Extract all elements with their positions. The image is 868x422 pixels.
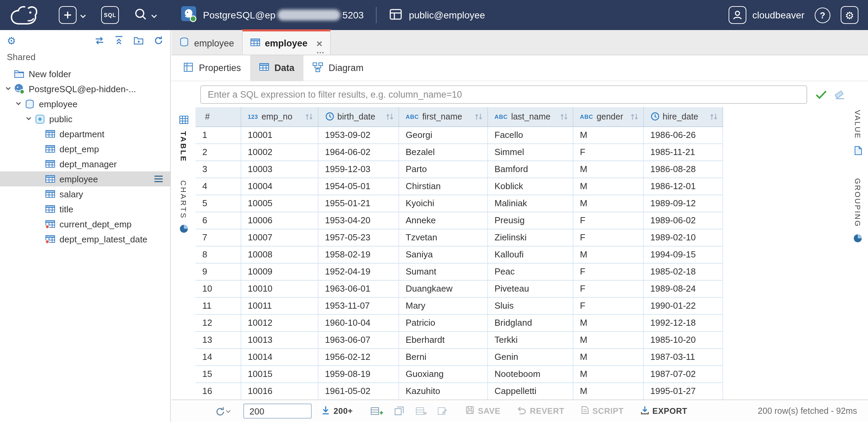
grid-cell[interactable]: Bezalel xyxy=(398,143,487,160)
grid-cell[interactable]: 1994-09-15 xyxy=(643,246,722,263)
clear-filter-eraser-icon[interactable] xyxy=(834,89,845,99)
grid-cell[interactable]: Sumant xyxy=(398,263,487,280)
grid-cell[interactable]: 1954-05-01 xyxy=(318,178,398,195)
grid-cell[interactable]: M xyxy=(573,126,643,143)
grid-cell[interactable]: 10016 xyxy=(241,382,318,399)
caret-down-icon[interactable] xyxy=(3,86,13,92)
column-header-last_name[interactable]: ABClast_name xyxy=(487,107,573,126)
tree-item-title[interactable]: title xyxy=(0,201,170,216)
grid-cell[interactable]: 10011 xyxy=(241,297,318,314)
presentation-tab-charts[interactable]: CHARTS xyxy=(179,180,188,236)
grid-cell[interactable]: Zielinski xyxy=(487,229,573,246)
sql-editor-button[interactable]: SQL xyxy=(101,6,119,24)
tab-properties[interactable]: Properties xyxy=(174,55,250,81)
grid-cell[interactable]: F xyxy=(573,229,643,246)
grid-cell[interactable]: Parto xyxy=(398,160,487,178)
collapse-all-icon[interactable] xyxy=(114,36,124,45)
export-button[interactable]: EXPORT xyxy=(640,406,687,417)
tree-item-dept_emp[interactable]: dept_emp xyxy=(0,141,170,156)
grid-cell[interactable]: M xyxy=(573,195,643,212)
grid-cell[interactable]: Koblick xyxy=(487,178,573,195)
grid-cell[interactable]: 10006 xyxy=(241,212,318,229)
grid-cell[interactable]: Patricio xyxy=(398,314,487,331)
grid-cell[interactable]: 1956-02-12 xyxy=(318,348,398,365)
grid-cell[interactable]: 1961-05-02 xyxy=(318,382,398,399)
column-header-gender[interactable]: ABCgender xyxy=(573,107,643,126)
grid-cell[interactable]: 10009 xyxy=(241,263,318,280)
grid-cell[interactable]: M xyxy=(573,365,643,382)
grid-cell[interactable]: 1985-11-21 xyxy=(643,143,722,160)
navigator-settings-icon[interactable]: ⚙ xyxy=(7,35,16,45)
refresh-icon[interactable] xyxy=(154,36,163,45)
grid-cell[interactable]: Mary xyxy=(398,297,487,314)
sort-icon[interactable] xyxy=(630,113,639,121)
item-menu-icon[interactable] xyxy=(154,175,163,183)
grid-cell[interactable]: Genin xyxy=(487,348,573,365)
grid-cell[interactable]: M xyxy=(573,314,643,331)
tab-diagram[interactable]: Diagram xyxy=(303,55,372,81)
apply-filter-check-icon[interactable] xyxy=(815,90,827,99)
grid-cell[interactable]: 1992-12-18 xyxy=(643,314,722,331)
tree-item-dept_emp_latest_date[interactable]: dept_emp_latest_date xyxy=(0,231,170,247)
grid-cell[interactable]: 1989-08-24 xyxy=(643,280,722,297)
grid-cell[interactable]: Terkki xyxy=(487,331,573,348)
cloudbeaver-logo-icon[interactable] xyxy=(10,5,41,25)
grid-cell[interactable]: Simmel xyxy=(487,143,573,160)
column-header-hire_date[interactable]: hire_date xyxy=(643,107,722,126)
grid-cell[interactable]: Piveteau xyxy=(487,280,573,297)
sort-icon[interactable] xyxy=(474,113,483,121)
grid-cell[interactable]: F xyxy=(573,297,643,314)
tab-employee-object[interactable]: employee xyxy=(172,29,242,55)
script-button[interactable]: SCRIPT xyxy=(581,406,624,417)
grid-cell[interactable]: Bamford xyxy=(487,160,573,178)
grid-cell[interactable]: 1953-11-07 xyxy=(318,297,398,314)
grid-cell[interactable]: 1985-10-20 xyxy=(643,331,722,348)
presentation-tab-table[interactable]: TABLE xyxy=(179,115,188,163)
grid-cell[interactable]: 1986-08-28 xyxy=(643,160,722,178)
grid-cell[interactable]: 1963-06-07 xyxy=(318,331,398,348)
grid-cell[interactable]: 10012 xyxy=(241,314,318,331)
column-header-emp_no[interactable]: 123emp_no xyxy=(241,107,318,126)
grid-cell[interactable]: M xyxy=(573,331,643,348)
grid-cell[interactable]: F xyxy=(573,143,643,160)
grid-cell[interactable]: 1990-01-22 xyxy=(643,297,722,314)
add-row-icon[interactable] xyxy=(370,406,383,416)
tab-data[interactable]: Data xyxy=(250,55,303,81)
new-connection-button[interactable] xyxy=(59,6,86,24)
column-header-first_name[interactable]: ABCfirst_name xyxy=(398,107,487,126)
tree-item-public[interactable]: public xyxy=(0,111,170,126)
grid-cell[interactable]: 1952-04-19 xyxy=(318,263,398,280)
grid-cell[interactable]: Duangkaew xyxy=(398,280,487,297)
grid-cell[interactable]: 1953-09-02 xyxy=(318,126,398,143)
grid-cell[interactable]: 1955-01-21 xyxy=(318,195,398,212)
grid-cell[interactable]: F xyxy=(573,263,643,280)
sync-with-editor-icon[interactable] xyxy=(94,36,105,45)
sql-filter-input[interactable] xyxy=(200,85,807,103)
column-header-birth_date[interactable]: birth_date xyxy=(318,107,398,126)
grid-cell[interactable]: Maliniak xyxy=(487,195,573,212)
tab-employee-table[interactable]: employee × … xyxy=(242,29,330,55)
grid-cell[interactable]: Guoxiang xyxy=(398,365,487,382)
caret-down-icon[interactable] xyxy=(23,116,33,122)
grid-cell[interactable]: 10014 xyxy=(241,348,318,365)
duplicate-row-icon[interactable] xyxy=(394,406,405,416)
grid-cell[interactable]: 1986-12-01 xyxy=(643,178,722,195)
grid-cell[interactable]: M xyxy=(573,246,643,263)
grid-cell[interactable]: Berni xyxy=(398,348,487,365)
grid-cell[interactable]: Kyoichi xyxy=(398,195,487,212)
grid-cell[interactable]: 1985-02-18 xyxy=(643,263,722,280)
grid-cell[interactable]: 10008 xyxy=(241,246,318,263)
grid-cell[interactable]: 1987-03-11 xyxy=(643,348,722,365)
fetch-size-input[interactable] xyxy=(243,404,312,419)
tree-item-postgresql-ep-hidden[interactable]: PostgreSQL@ep-hidden-... xyxy=(0,81,170,96)
grid-cell[interactable]: 10002 xyxy=(241,143,318,160)
grid-cell[interactable]: M xyxy=(573,348,643,365)
grid-cell[interactable]: 10013 xyxy=(241,331,318,348)
grid-cell[interactable]: 10015 xyxy=(241,365,318,382)
help-icon[interactable]: ? xyxy=(815,7,830,23)
grid-cell[interactable]: 1959-08-19 xyxy=(318,365,398,382)
grid-cell[interactable]: 1953-04-20 xyxy=(318,212,398,229)
grid-cell[interactable]: 1989-06-02 xyxy=(643,212,722,229)
grid-cell[interactable]: Saniya xyxy=(398,246,487,263)
grid-cell[interactable]: 1960-10-04 xyxy=(318,314,398,331)
